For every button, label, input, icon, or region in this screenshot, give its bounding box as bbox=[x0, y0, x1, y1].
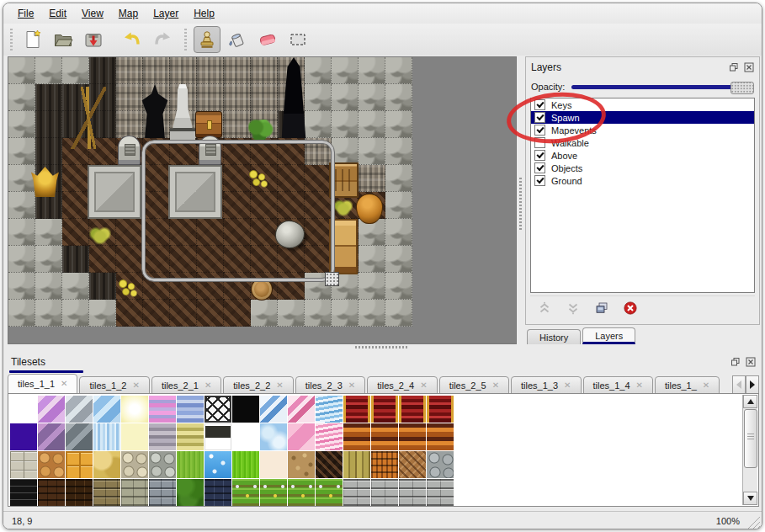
tileset-tile-glass-gray[interactable] bbox=[66, 396, 93, 423]
tileset-tile-redwall[interactable] bbox=[371, 396, 398, 423]
tileset-tile-brick-brown[interactable] bbox=[66, 479, 93, 506]
tileset-tile-herringbone[interactable] bbox=[399, 451, 426, 478]
tileset-tile-plaque[interactable] bbox=[205, 423, 231, 450]
tileset-tab-tiles_1_3[interactable]: tiles_1_3✕ bbox=[511, 376, 581, 394]
tileset-tile-orangewall[interactable] bbox=[427, 423, 454, 450]
tileset-tile-stone-blocks[interactable] bbox=[10, 451, 37, 478]
tileset-tile-grass-flowers[interactable] bbox=[232, 479, 259, 506]
layer-row-ground[interactable]: Ground bbox=[531, 174, 754, 187]
selection-resize-handle[interactable] bbox=[325, 272, 339, 286]
tileset-tile-brick-darkbrown[interactable] bbox=[38, 479, 65, 506]
map-viewport[interactable] bbox=[8, 56, 517, 344]
close-tab-icon[interactable]: ✕ bbox=[132, 381, 139, 390]
tileset-tile-grass-flowers[interactable] bbox=[288, 479, 315, 506]
tab-scroll-right-button[interactable] bbox=[746, 375, 759, 394]
close-tab-icon[interactable]: ✕ bbox=[564, 381, 571, 390]
layer-row-walkable[interactable]: Walkable bbox=[531, 136, 754, 149]
tileset-tile-brick-grayh[interactable] bbox=[427, 479, 454, 506]
tileset-tab-tiles_2_5[interactable]: tiles_2_5✕ bbox=[439, 376, 509, 394]
tileset-tile-brick-black[interactable] bbox=[10, 479, 37, 506]
tileset-tile-redwall[interactable] bbox=[427, 396, 454, 423]
menu-file[interactable]: File bbox=[10, 5, 41, 22]
tileset-tile-stone-yellow[interactable] bbox=[93, 451, 120, 478]
tileset-tile-brick-grayh[interactable] bbox=[399, 479, 426, 506]
close-panel-button[interactable] bbox=[743, 62, 754, 73]
tileset-tile-pale-yellow[interactable] bbox=[121, 423, 148, 450]
layer-row-above[interactable]: Above bbox=[531, 149, 754, 162]
tab-history[interactable]: History bbox=[527, 329, 581, 344]
duplicate-layer-button[interactable] bbox=[592, 299, 611, 317]
tileset-tile-dirt[interactable] bbox=[288, 451, 315, 478]
tileset-tile-stones-gray[interactable] bbox=[427, 451, 454, 478]
tileset-tile-glass-gray2[interactable] bbox=[66, 423, 93, 450]
tileset-tile-grass-flowers[interactable] bbox=[316, 479, 343, 506]
tileset-tile-stripe-blue[interactable] bbox=[177, 396, 204, 423]
close-tab-icon[interactable]: ✕ bbox=[205, 381, 211, 390]
menu-edit[interactable]: Edit bbox=[41, 5, 74, 22]
menu-layer[interactable]: Layer bbox=[146, 5, 186, 22]
stamp-tool-button[interactable] bbox=[194, 26, 220, 53]
tileset-tab-tiles_2_4[interactable]: tiles_2_4✕ bbox=[367, 376, 437, 394]
tileset-tab-tiles_1_[interactable]: tiles_1_✕ bbox=[655, 376, 720, 394]
fill-tool-button[interactable] bbox=[224, 26, 251, 53]
tileset-tile-weave-orange[interactable] bbox=[371, 451, 398, 478]
tileset-tile-orangewall[interactable] bbox=[399, 423, 426, 450]
layer-visibility-checkbox[interactable] bbox=[534, 150, 545, 161]
tab-scroll-left-button[interactable] bbox=[732, 375, 746, 394]
toolbar-drag-handle[interactable] bbox=[8, 29, 14, 51]
tileset-tile-planks-olive[interactable] bbox=[343, 451, 370, 478]
tileset-tab-tiles_1_2[interactable]: tiles_1_2✕ bbox=[79, 376, 149, 394]
tileset-tile-orangewall[interactable] bbox=[371, 423, 398, 450]
tileset-tile-brick-grayh[interactable] bbox=[371, 479, 398, 506]
tileset-tab-tiles_2_2[interactable]: tiles_2_2✕ bbox=[223, 376, 293, 394]
selection-rect[interactable] bbox=[142, 141, 334, 281]
tileset-tile-peach[interactable] bbox=[260, 451, 287, 478]
tileset-tile-cobble-beige[interactable] bbox=[121, 451, 148, 478]
tileset-tile-stripe-pink[interactable] bbox=[149, 396, 176, 423]
tileset-tile-grass-flowers[interactable] bbox=[260, 479, 287, 506]
layer-visibility-checkbox[interactable] bbox=[534, 162, 545, 173]
tileset-tile-indigo[interactable] bbox=[10, 423, 37, 450]
tileset-tile-glass-pink[interactable] bbox=[288, 396, 315, 423]
menu-view[interactable]: View bbox=[74, 5, 111, 22]
tileset-tile-blue-patch[interactable] bbox=[260, 423, 287, 450]
tileset-tile-wood-dark[interactable] bbox=[316, 451, 343, 478]
tileset-tile-cobble-gray[interactable] bbox=[149, 451, 176, 478]
layer-row-keys[interactable]: Keys bbox=[531, 98, 754, 111]
tileset-tile-white[interactable] bbox=[10, 396, 37, 423]
close-tab-icon[interactable]: ✕ bbox=[276, 381, 283, 390]
undo-button[interactable] bbox=[119, 26, 146, 53]
resize-grip[interactable] bbox=[747, 516, 760, 529]
layer-visibility-checkbox[interactable] bbox=[534, 137, 545, 148]
tab-layers[interactable]: Layers bbox=[582, 327, 635, 344]
tileset-scrollbar[interactable] bbox=[742, 395, 757, 505]
tileset-tile-water-streak[interactable] bbox=[93, 423, 120, 450]
tileset-tab-tiles_1_4[interactable]: tiles_1_4✕ bbox=[583, 376, 653, 394]
tileset-tile-glass-blue[interactable] bbox=[93, 396, 120, 423]
layer-row-objects[interactable]: Objects bbox=[531, 162, 754, 174]
close-tab-icon[interactable]: ✕ bbox=[636, 381, 643, 390]
scrollbar-thumb[interactable] bbox=[744, 409, 757, 468]
tileset-tile-tile-orange[interactable] bbox=[66, 451, 93, 478]
eraser-tool-button[interactable] bbox=[254, 26, 281, 53]
tileset-tile-grass-flat[interactable] bbox=[177, 451, 204, 478]
tileset-tile-wave-blue[interactable] bbox=[316, 396, 343, 423]
tileset-tile-lattice[interactable] bbox=[205, 396, 231, 423]
tileset-tile-cobble-orange[interactable] bbox=[38, 451, 65, 478]
map-canvas[interactable] bbox=[8, 57, 412, 327]
horizontal-splitter-handle[interactable] bbox=[355, 345, 409, 349]
scroll-up-button[interactable] bbox=[743, 395, 757, 408]
vertical-splitter-handle[interactable] bbox=[518, 176, 523, 230]
tileset-tile-brick-graygreen[interactable] bbox=[121, 479, 148, 506]
tileset-tile-brick-gray[interactable] bbox=[149, 479, 176, 506]
layer-visibility-checkbox[interactable] bbox=[534, 99, 545, 110]
tileset-tile-glass-blue2[interactable] bbox=[260, 396, 287, 423]
tileset-tab-tiles_2_3[interactable]: tiles_2_3✕ bbox=[295, 376, 365, 394]
close-tab-icon[interactable]: ✕ bbox=[348, 381, 355, 390]
tileset-tile-wave-pink[interactable] bbox=[316, 423, 343, 450]
close-panel-button[interactable] bbox=[745, 357, 756, 368]
layer-row-mapevents[interactable]: Mapevents bbox=[531, 124, 754, 136]
layer-visibility-checkbox[interactable] bbox=[534, 112, 545, 123]
close-tab-icon[interactable]: ✕ bbox=[420, 381, 427, 390]
layer-row-spawn[interactable]: Spawn bbox=[531, 111, 754, 124]
